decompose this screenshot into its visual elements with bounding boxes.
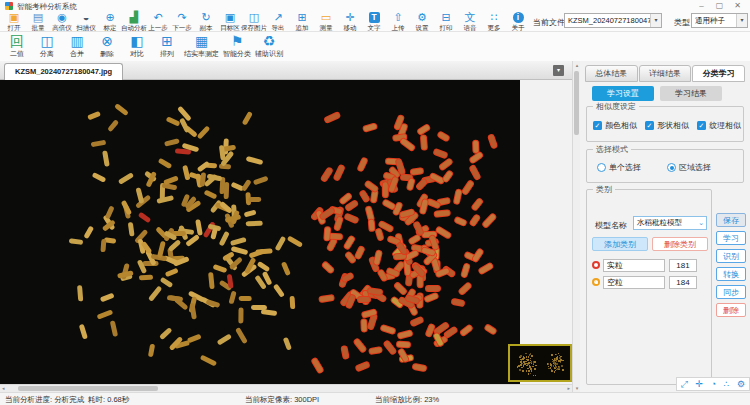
- duplicate-button[interactable]: ↻副本: [194, 11, 218, 31]
- save-button[interactable]: 保存: [716, 213, 746, 227]
- checkbox-checked-icon[interactable]: ✓: [697, 121, 706, 130]
- minimap[interactable]: [508, 344, 572, 382]
- fit-view-icon[interactable]: ⤢: [681, 378, 688, 390]
- minimap-dot: [552, 359, 554, 361]
- category-color-ring[interactable]: [592, 278, 600, 286]
- upload-button[interactable]: ⇧上传: [386, 11, 410, 31]
- convert-button[interactable]: 转换: [716, 267, 746, 281]
- seed: [322, 261, 334, 273]
- tab-overflow-dropdown-icon[interactable]: ▾: [553, 65, 564, 76]
- separate-button[interactable]: ◫分离: [32, 33, 62, 60]
- similarity-option[interactable]: ✓形状相似: [645, 120, 689, 131]
- about-info-button[interactable]: i关于: [506, 11, 530, 31]
- close-button[interactable]: ✕: [730, 1, 745, 11]
- recognize-button[interactable]: 识别: [716, 249, 746, 263]
- seed: [370, 190, 377, 203]
- chevron-down-icon[interactable]: ▾: [736, 14, 747, 27]
- seed: [455, 217, 467, 226]
- smart-classify-flag-button[interactable]: ⚑智能分类: [221, 33, 253, 60]
- category-name-input[interactable]: 实粒: [603, 259, 665, 272]
- move-button[interactable]: ✛移动: [338, 11, 362, 31]
- seed: [281, 261, 291, 275]
- maximize-button[interactable]: ▢: [712, 1, 727, 11]
- status-bar: 当前分析进度: 分析完成耗时: 0.68秒当前标定像素: 300DPI当前缩放比…: [0, 392, 750, 405]
- select-mode-option[interactable]: 单个选择: [597, 162, 641, 173]
- minimap-dot: [522, 359, 524, 361]
- learn-results-button[interactable]: 学习结果: [660, 86, 722, 101]
- voice-button[interactable]: 文语音: [458, 11, 482, 31]
- tab-overall-results[interactable]: 总体结果: [585, 65, 638, 82]
- similarity-option[interactable]: ✓纹理相似: [697, 120, 741, 131]
- scroll-right-icon[interactable]: ▸: [567, 385, 570, 392]
- save-image-button[interactable]: ◫保存图片: [242, 11, 266, 31]
- redo-button[interactable]: ↷下一步: [170, 11, 194, 31]
- toolbar-button-label: 辅助识别: [255, 49, 283, 59]
- seed: [328, 234, 342, 240]
- batch-button[interactable]: ▤批量: [26, 11, 50, 31]
- seed-image-canvas[interactable]: [0, 80, 520, 384]
- trash-button[interactable]: ⊗删除: [92, 33, 122, 60]
- category-row[interactable]: 空粒184: [592, 275, 708, 289]
- delete-button[interactable]: 删除: [716, 303, 746, 317]
- open-folder-button[interactable]: ▣打开: [2, 11, 26, 31]
- minimize-button[interactable]: –: [694, 1, 709, 11]
- vertical-scrollbar[interactable]: ▴ ▾: [572, 61, 580, 392]
- similarity-option[interactable]: ✓颜色相似: [593, 120, 637, 131]
- radio-icon[interactable]: [597, 163, 606, 172]
- arrange-grid-button[interactable]: ⊞排列: [152, 33, 182, 60]
- add-category-button[interactable]: 添加类别: [592, 237, 648, 251]
- seed-rate-book-icon: ▦: [195, 33, 208, 49]
- sync-button[interactable]: 同步: [716, 285, 746, 299]
- radio-selected-icon[interactable]: [667, 163, 676, 172]
- checkbox-checked-icon[interactable]: ✓: [593, 121, 602, 130]
- undo-button[interactable]: ↶上一步: [146, 11, 170, 31]
- seed: [400, 138, 415, 151]
- minimap-dot: [523, 365, 525, 367]
- target-area-button[interactable]: ▣目标区: [218, 11, 242, 31]
- vertical-scrollbar-thumb[interactable]: [574, 71, 579, 135]
- horizontal-scrollbar-thumb[interactable]: [18, 386, 158, 391]
- merge-icon: ▥: [70, 33, 83, 49]
- seed-type-select[interactable]: 通用种子 ▾: [691, 13, 748, 28]
- learn-button[interactable]: 学习: [716, 231, 746, 245]
- measure-ruler-button[interactable]: ▭测量: [314, 11, 338, 31]
- compare-icon: ◧: [130, 33, 143, 49]
- merge-button[interactable]: ▥合并: [62, 33, 92, 60]
- binary-button[interactable]: 回二值: [2, 33, 32, 60]
- scroll-left-icon[interactable]: ◂: [2, 385, 5, 392]
- append-button[interactable]: ⊞追加: [290, 11, 314, 31]
- auto-analysis-button[interactable]: ▟自动分析: [122, 11, 146, 31]
- remove-category-button[interactable]: 删除类别: [652, 237, 708, 251]
- current-file-select[interactable]: KZSM_20240727180047 ▾: [564, 13, 662, 28]
- settings-small-icon[interactable]: ⚙: [737, 378, 745, 390]
- compare-button[interactable]: ◧对比: [122, 33, 152, 60]
- assist-recognize-button[interactable]: ♻辅助识别: [253, 33, 285, 60]
- tab-classify-learning[interactable]: 分类学习: [692, 65, 745, 82]
- seed: [374, 250, 382, 264]
- tab-detail-results[interactable]: 详细结果: [639, 65, 692, 82]
- scanner-button[interactable]: ◒扫描仪: [74, 11, 98, 31]
- checkbox-checked-icon[interactable]: ✓: [645, 121, 654, 130]
- category-name-input[interactable]: 空粒: [603, 276, 665, 289]
- text-button[interactable]: T文字: [362, 11, 386, 31]
- microscope-button[interactable]: ◉高倍仪: [50, 11, 74, 31]
- seed-rate-book-button[interactable]: ▦结实率测定: [182, 33, 221, 60]
- chevron-down-icon[interactable]: ▾: [650, 14, 661, 27]
- category-color-ring[interactable]: [592, 261, 600, 269]
- model-name-select[interactable]: 水稻秕粒模型 ⌄: [633, 216, 707, 230]
- print-button[interactable]: ⊟打印: [434, 11, 458, 31]
- learn-settings-button[interactable]: 学习设置: [592, 86, 654, 101]
- select-mode-option[interactable]: 区域选择: [667, 162, 711, 173]
- points-icon[interactable]: ∴: [724, 378, 730, 390]
- pan-icon[interactable]: ✛: [696, 378, 704, 390]
- more-button[interactable]: ∷更多: [482, 11, 506, 31]
- calibration-button[interactable]: ⊕标定: [98, 11, 122, 31]
- export-button[interactable]: ↗导出: [266, 11, 290, 31]
- horizontal-scrollbar[interactable]: ◂ ▸: [0, 384, 572, 392]
- settings-gear-button[interactable]: ⚙设置: [410, 11, 434, 31]
- seed: [411, 317, 424, 326]
- image-tab[interactable]: KZSM_20240727180047.jpg: [4, 63, 123, 80]
- export-icon: ↗: [273, 11, 282, 23]
- rotate-icon[interactable]: ◔: [711, 378, 716, 390]
- category-row[interactable]: 实粒181: [592, 258, 708, 272]
